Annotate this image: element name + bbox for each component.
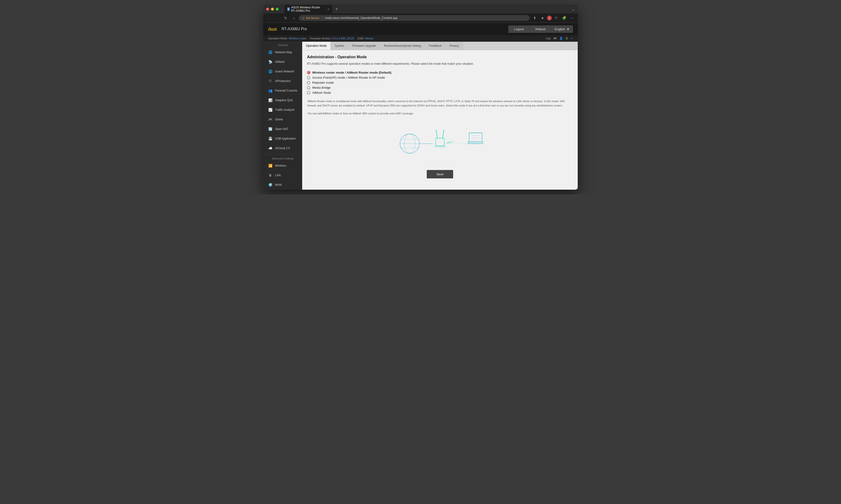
forward-button[interactable]: ›: [274, 15, 280, 21]
guest-network-label: Guest Network: [275, 70, 294, 73]
tab-restore-save[interactable]: Restore/Save/Upload Setting: [380, 42, 425, 50]
open-nat-icon: 🔄: [268, 127, 273, 131]
share-icon[interactable]: ⬆: [532, 15, 538, 21]
aiprotection-label: AiProtection: [275, 79, 291, 83]
operation-mode-label: Operation Mode:: [268, 37, 288, 40]
sidebar-item-network-map[interactable]: 🌐 Network Map: [263, 48, 302, 57]
network-map-icon: 🌐: [268, 50, 273, 55]
reboot-button[interactable]: Reboot: [530, 25, 552, 33]
more-icon[interactable]: ⋯: [569, 15, 575, 21]
reload-button[interactable]: ↻: [282, 15, 289, 21]
tab-firmware-upgrade[interactable]: Firmware Upgrade: [348, 42, 380, 50]
mode-option-aimesh-node[interactable]: AiMesh Node: [307, 91, 573, 94]
game-label: Game: [275, 118, 283, 121]
browser-tab-active[interactable]: A ASUS Wireless Router RT-AX86U Pro ✕: [285, 5, 332, 14]
guest-network-icon: 🌐: [268, 69, 273, 74]
traffic-analyzer-label: Traffic Analyzer: [275, 108, 295, 111]
logout-button[interactable]: Logout: [508, 25, 530, 33]
url-bar[interactable]: ⚠ Not Secure | router.asus.com/Advanced_…: [299, 15, 530, 21]
url-text: router.asus.com/Advanced_OperationMode_C…: [325, 16, 397, 20]
aicloud-label: AiCloud 2.0: [275, 146, 290, 150]
lang-label: English: [555, 27, 565, 31]
mode-option-wireless-router[interactable]: Wireless router mode / AiMesh Router mod…: [307, 71, 573, 74]
app-label: App: [546, 37, 551, 40]
network-map-label: Network Map: [275, 51, 292, 54]
network-diagram: [397, 124, 483, 163]
home-button[interactable]: ⌂: [291, 15, 297, 21]
monitor-icon: 🖥: [565, 37, 568, 40]
sidebar-item-traffic-analyzer[interactable]: 📈 Traffic Analyzer: [263, 105, 302, 114]
user-icon: 👤: [559, 37, 563, 40]
page-description: RT-AX86U Pro supports several operation …: [307, 61, 573, 66]
url-separator: |: [322, 16, 322, 20]
page-title: Administration - Operation Mode: [307, 55, 573, 59]
radio-wireless-router[interactable]: [307, 71, 310, 74]
sidebar-item-aimesh[interactable]: 📡 AiMesh: [263, 57, 302, 67]
profile-icon[interactable]: 1: [547, 16, 552, 20]
page-content: Administration - Operation Mode RT-AX86U…: [302, 50, 578, 190]
sidebar-item-usb-application[interactable]: 💾 USB Application: [263, 134, 302, 143]
sidebar-item-parental-controls[interactable]: 👥 Parental Controls: [263, 86, 302, 95]
tab-feedback[interactable]: Feedback: [425, 42, 446, 50]
ssid-value[interactable]: Mezha: [365, 37, 373, 40]
mode-option-media-bridge[interactable]: Media Bridge: [307, 86, 573, 89]
firmware-value[interactable]: 3.0.0.4.388_22525: [332, 37, 354, 40]
titlebar-chevron: ⌄: [572, 7, 575, 12]
parental-controls-icon: 👥: [268, 88, 273, 93]
lang-chevron: ▼: [566, 27, 569, 31]
tab-operation-mode[interactable]: Operation Mode: [302, 42, 331, 50]
radio-media-bridge[interactable]: [307, 86, 310, 89]
new-tab-button[interactable]: +: [333, 6, 340, 13]
sidebar-item-adaptive-qos[interactable]: 📊 Adaptive QoS: [263, 95, 302, 105]
mode-option-repeater[interactable]: Repeater mode: [307, 81, 573, 85]
not-secure-label: Not Secure: [306, 17, 319, 19]
usb-application-icon: 💾: [268, 136, 273, 141]
addressbar: ‹ › ↻ ⌂ ⚠ Not Secure | router.asus.com/A…: [263, 14, 578, 23]
svg-line-8: [443, 129, 444, 138]
sidebar-item-aiprotection[interactable]: 🛡 AiProtection: [263, 76, 302, 86]
open-nat-label: Open NAT: [275, 127, 289, 131]
svg-rect-6: [435, 138, 444, 146]
lan-icon: 🖥: [268, 173, 273, 178]
mode-description-2: You can add AiMesh nodes to form an AiMe…: [307, 111, 573, 116]
shield-icon[interactable]: 🛡: [553, 15, 560, 21]
save-button[interactable]: Save: [427, 170, 453, 178]
tab-bar: A ASUS Wireless Router RT-AX86U Pro ✕ +: [285, 5, 570, 14]
diagram-area: [307, 120, 573, 167]
language-selector[interactable]: English ▼: [551, 25, 573, 33]
mode-label-wireless-router: Wireless router mode / AiMesh Router mod…: [312, 71, 392, 74]
ssid-label: SSID:: [357, 37, 364, 40]
sidebar-item-aicloud[interactable]: ☁️ AiCloud 2.0: [263, 143, 302, 153]
sidebar-item-guest-network[interactable]: 🌐 Guest Network: [263, 67, 302, 76]
sidebar-item-game[interactable]: 🎮 Game: [263, 114, 302, 124]
wan-label: WAN: [275, 183, 282, 186]
tab-close-button[interactable]: ✕: [327, 7, 329, 11]
mode-label-repeater: Repeater mode: [312, 81, 334, 85]
tab-favicon: A: [287, 7, 290, 11]
traffic-analyzer-icon: 📈: [268, 107, 273, 112]
close-button[interactable]: [266, 8, 269, 11]
minimize-button[interactable]: [271, 8, 274, 11]
toolbar-icons: ⬆ ★ 1 🛡 🧩 ⋯: [532, 15, 575, 21]
maximize-button[interactable]: [276, 8, 279, 11]
sidebar-item-wan[interactable]: 🌍 WAN: [263, 180, 302, 190]
radio-aimesh-node[interactable]: [307, 91, 310, 94]
sidebar-item-lan[interactable]: 🖥 LAN: [263, 170, 302, 180]
browser-window: A ASUS Wireless Router RT-AX86U Pro ✕ + …: [263, 5, 578, 190]
sidebar-item-open-nat[interactable]: 🔄 Open NAT: [263, 124, 302, 134]
mode-option-access-point[interactable]: Access Point(AP) mode / AiMesh Router in…: [307, 76, 573, 79]
router-header: /sus RT-AX86U Pro Logout Reboot English …: [263, 23, 578, 35]
operation-mode-value[interactable]: Wireless router: [289, 37, 307, 40]
tab-system[interactable]: System: [331, 42, 348, 50]
sidebar-item-wireless[interactable]: 📶 Wireless: [263, 161, 302, 170]
tab-privacy[interactable]: Privacy: [446, 42, 463, 50]
back-button[interactable]: ‹: [266, 15, 272, 21]
content-area: Operation Mode System Firmware Upgrade R…: [302, 42, 578, 190]
router-ui: /sus RT-AX86U Pro Logout Reboot English …: [263, 23, 578, 190]
svg-rect-11: [469, 133, 482, 142]
mode-label-access-point: Access Point(AP) mode / AiMesh Router in…: [312, 76, 385, 79]
extensions-icon[interactable]: 🧩: [561, 15, 567, 21]
bookmark-icon[interactable]: ★: [539, 15, 546, 21]
radio-repeater[interactable]: [307, 81, 310, 85]
radio-access-point[interactable]: [307, 76, 310, 79]
